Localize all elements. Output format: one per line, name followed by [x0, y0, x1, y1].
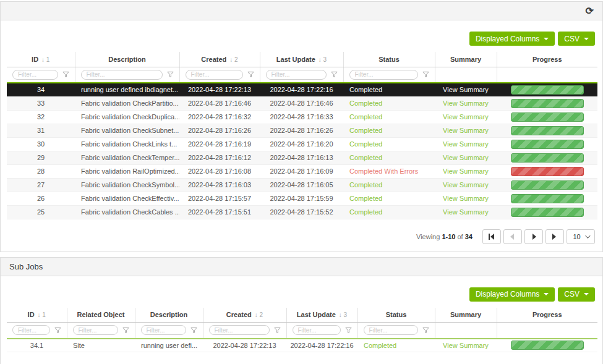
filter-funnel-icon[interactable]	[422, 71, 429, 78]
job-row[interactable]: 25Fabric validation CheckCables ...2022-…	[7, 205, 597, 219]
job-row[interactable]: 34running user defined ibdiagnet...2022-…	[7, 83, 597, 96]
filter-funnel-icon[interactable]	[167, 71, 174, 78]
column-header-id[interactable]: ID↓ 1	[7, 52, 75, 67]
page-size-select[interactable]: 10	[567, 229, 595, 244]
cell-last_update: 2022-04-28 17:16:13	[260, 151, 343, 164]
filter-input-created[interactable]	[186, 70, 243, 80]
displayed-columns-button[interactable]: Displayed Columns	[469, 32, 555, 46]
filter-funnel-icon[interactable]	[62, 71, 69, 78]
caret-down-icon	[544, 38, 549, 40]
cell-summary: View Summary	[435, 124, 497, 137]
cell-description: Fabric validation CheckEffectiv...	[75, 192, 179, 205]
filter-input-related_object[interactable]	[73, 325, 118, 335]
filter-funnel-icon[interactable]	[247, 71, 254, 78]
cell-id: 28	[7, 164, 75, 178]
status-text: Completed	[349, 99, 382, 107]
subjobs-table: ID↓ 1Related ObjectDescriptionCreated↓ 2…	[7, 308, 596, 353]
filter-funnel-icon[interactable]	[190, 327, 197, 334]
filter-input-created[interactable]	[209, 325, 270, 335]
filter-input-last_update[interactable]	[293, 325, 341, 335]
column-header-description[interactable]: Description	[75, 52, 179, 67]
sort-indicator: ↓ 3	[319, 56, 327, 63]
cell-progress	[497, 110, 597, 124]
job-row[interactable]: 26Fabric validation CheckEffectiv...2022…	[7, 192, 597, 205]
job-row[interactable]: 29Fabric validation CheckTemper...2022-0…	[7, 151, 597, 164]
view-summary-link[interactable]: View Summary	[443, 154, 489, 161]
view-summary-link[interactable]: View Summary	[443, 342, 489, 349]
cell-id: 30	[7, 137, 75, 151]
view-summary-link[interactable]: View Summary	[443, 181, 489, 188]
filter-input-description[interactable]	[81, 70, 163, 80]
view-summary-link[interactable]: View Summary	[443, 127, 489, 134]
filter-input-description[interactable]	[141, 325, 186, 335]
last-page-button[interactable]	[545, 229, 564, 244]
view-summary-link[interactable]: View Summary	[443, 113, 489, 121]
column-label: Summary	[450, 56, 481, 63]
filter-cell-progress	[497, 67, 597, 83]
next-page-button[interactable]	[524, 229, 543, 244]
filter-input-id[interactable]	[12, 325, 50, 335]
filter-input-last_update[interactable]	[266, 70, 327, 80]
column-header-last_update[interactable]: Last Update↓ 3	[260, 52, 343, 67]
cell-summary: View Summary	[435, 110, 497, 124]
status-text: Completed	[349, 113, 382, 121]
prev-page-button[interactable]	[503, 229, 522, 244]
cell-id: 29	[7, 151, 75, 164]
column-header-summary[interactable]: Summary	[435, 308, 497, 323]
filter-funnel-icon[interactable]	[122, 327, 129, 334]
view-summary-link[interactable]: View Summary	[443, 86, 489, 93]
filter-funnel-icon[interactable]	[345, 327, 352, 334]
job-row[interactable]: 30Fabric validation CheckLinks t...2022-…	[7, 137, 597, 151]
filter-input-status[interactable]	[364, 325, 418, 335]
subjobs-toolbar: Displayed Columns CSV	[7, 287, 595, 302]
filter-funnel-icon[interactable]	[54, 327, 61, 334]
cell-id: 31	[7, 124, 75, 137]
cell-last_update: 2022-04-28 17:16:26	[260, 124, 343, 137]
first-page-button[interactable]	[482, 229, 501, 244]
cell-last_update: 2022-04-28 17:15:52	[260, 205, 343, 219]
filter-input-status[interactable]	[349, 70, 418, 80]
column-header-related_object[interactable]: Related Object	[67, 308, 135, 323]
column-header-id[interactable]: ID↓ 1	[7, 308, 67, 323]
column-header-last_update[interactable]: Last Update↓ 3	[286, 308, 357, 323]
column-label: ID	[32, 56, 38, 63]
view-summary-link[interactable]: View Summary	[443, 99, 489, 107]
cell-summary: View Summary	[435, 192, 497, 205]
filter-funnel-icon[interactable]	[422, 327, 429, 334]
csv-button[interactable]: CSV	[558, 32, 595, 46]
refresh-icon[interactable]: ⟳	[586, 6, 594, 16]
filter-funnel-icon[interactable]	[331, 71, 338, 78]
filter-input-id[interactable]	[12, 70, 58, 80]
view-summary-link[interactable]: View Summary	[443, 140, 489, 148]
cell-status: Completed	[343, 83, 435, 96]
job-row[interactable]: 28Fabric validation RailOptimized...2022…	[7, 164, 597, 178]
status-text: Completed	[364, 342, 396, 349]
subjob-row[interactable]: 34.1Siterunning user defi...2022-04-28 1…	[7, 339, 597, 352]
subjobs-csv-button[interactable]: CSV	[558, 287, 595, 302]
view-summary-link[interactable]: View Summary	[443, 195, 489, 202]
job-row[interactable]: 32Fabric validation CheckDuplica...2022-…	[7, 110, 597, 124]
filter-funnel-icon[interactable]	[274, 327, 281, 334]
column-header-created[interactable]: Created↓ 2	[179, 52, 260, 67]
column-header-summary[interactable]: Summary	[435, 52, 497, 67]
column-header-progress[interactable]: Progress	[497, 308, 597, 323]
view-summary-link[interactable]: View Summary	[443, 208, 489, 216]
job-row[interactable]: 33Fabric validation CheckPartitio...2022…	[7, 96, 597, 110]
column-label: Last Update	[276, 56, 315, 63]
cell-last_update: 2022-04-28 17:16:05	[260, 178, 343, 192]
cell-last_update: 2022-04-28 17:22:16	[286, 339, 357, 352]
job-row[interactable]: 27Fabric validation CheckSymbol...2022-0…	[7, 178, 597, 192]
cell-id: 27	[7, 178, 75, 192]
column-header-status[interactable]: Status	[343, 52, 435, 67]
sort-indicator: ↓ 1	[41, 56, 49, 63]
column-header-description[interactable]: Description	[135, 308, 203, 323]
column-header-progress[interactable]: Progress	[497, 52, 597, 67]
column-header-status[interactable]: Status	[357, 308, 435, 323]
subjobs-displayed-columns-button[interactable]: Displayed Columns	[469, 287, 555, 302]
column-header-created[interactable]: Created↓ 2	[203, 308, 286, 323]
job-row[interactable]: 31Fabric validation CheckSubnet...2022-0…	[7, 124, 597, 137]
cell-status: Completed	[343, 178, 435, 192]
filter-cell-summary	[435, 67, 497, 83]
view-summary-link[interactable]: View Summary	[443, 167, 489, 175]
column-label: Created	[201, 56, 226, 63]
